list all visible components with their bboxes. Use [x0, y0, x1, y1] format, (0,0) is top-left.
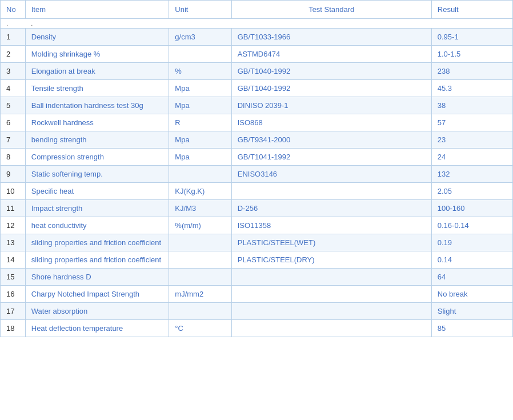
cell-item: heat conductivity [25, 217, 169, 234]
cell-item: sliding properties and friction coeffici… [25, 234, 169, 251]
cell-standard [231, 286, 431, 303]
cell-no: 1 [1, 29, 26, 46]
cell-item: bending strength [25, 131, 169, 149]
subheader-item: . [25, 19, 169, 29]
cell-standard [231, 320, 431, 337]
cell-unit: Mpa [169, 80, 231, 97]
table-row: 9Static softening temp.ENISO3146132 [1, 166, 513, 183]
table-row: 4Tensile strengthMpaGB/T1040-199245.3 [1, 80, 513, 97]
cell-no: 11 [1, 200, 26, 217]
cell-unit [169, 46, 231, 63]
table-row: 16Charpy Notched Impact StrengthmJ/mm2No… [1, 286, 513, 303]
cell-result: Slight [431, 303, 512, 320]
cell-result: 100-160 [431, 200, 512, 217]
cell-item: Water absorption [25, 303, 169, 320]
cell-result: 85 [431, 320, 512, 337]
cell-no: 8 [1, 149, 26, 166]
table-row: 1Densityg/cm3GB/T1033-19660.95-1 [1, 29, 513, 46]
cell-standard: GB/T1040-1992 [231, 80, 431, 97]
cell-item: Ball indentation hardness test 30g [25, 97, 169, 114]
cell-standard: DINISO 2039-1 [231, 97, 431, 114]
cell-item: Molding shrinkage % [25, 46, 169, 63]
table-row: 8Compression strengthMpaGB/T1041-199224 [1, 149, 513, 166]
table-row: 18Heat deflection temperature°C85 [1, 320, 513, 337]
cell-unit: KJ(Kg.K) [169, 183, 231, 200]
cell-no: 13 [1, 234, 26, 251]
cell-no: 14 [1, 251, 26, 269]
table-row: 15Shore hardness D64 [1, 269, 513, 286]
cell-standard: GB/T1033-1966 [231, 29, 431, 46]
cell-result: 0.16-0.14 [431, 217, 512, 234]
cell-item: Compression strength [25, 149, 169, 166]
cell-standard [231, 269, 431, 286]
cell-item: Shore hardness D [25, 269, 169, 286]
cell-result: 24 [431, 149, 512, 166]
cell-result: No break [431, 286, 512, 303]
cell-unit: Mpa [169, 149, 231, 166]
subheader-result [431, 19, 512, 29]
cell-no: 17 [1, 303, 26, 320]
cell-item: Density [25, 29, 169, 46]
cell-unit [169, 269, 231, 286]
cell-unit [169, 251, 231, 269]
table-row: 2Molding shrinkage %ASTMD64741.0-1.5 [1, 46, 513, 63]
col-header-no: No [1, 1, 26, 19]
cell-standard: PLASTIC/STEEL(WET) [231, 234, 431, 251]
cell-result: 45.3 [431, 80, 512, 97]
subheader-unit [169, 19, 231, 29]
table-row: 7bending strengthMpaGB/T9341-200023 [1, 131, 513, 149]
table-row: 11Impact strengthKJ/M3D-256100-160 [1, 200, 513, 217]
cell-unit: g/cm3 [169, 29, 231, 46]
cell-result: 0.14 [431, 251, 512, 269]
table-row: 13sliding properties and friction coeffi… [1, 234, 513, 251]
cell-unit: KJ/M3 [169, 200, 231, 217]
table-row: 17Water absorptionSlight [1, 303, 513, 320]
cell-item: Rockwell hardness [25, 114, 169, 131]
cell-result: 2.05 [431, 183, 512, 200]
cell-no: 10 [1, 183, 26, 200]
col-header-result: Result [431, 1, 512, 19]
cell-item: Static softening temp. [25, 166, 169, 183]
cell-result: 38 [431, 97, 512, 114]
cell-unit [169, 234, 231, 251]
cell-unit: mJ/mm2 [169, 286, 231, 303]
cell-result: 0.19 [431, 234, 512, 251]
subheader-no: . [1, 19, 26, 29]
cell-result: 64 [431, 269, 512, 286]
cell-standard: ENISO3146 [231, 166, 431, 183]
cell-no: 6 [1, 114, 26, 131]
cell-standard: GB/T1040-1992 [231, 63, 431, 80]
cell-standard: GB/T9341-2000 [231, 131, 431, 149]
cell-unit [169, 303, 231, 320]
cell-result: 238 [431, 63, 512, 80]
cell-standard: ISO11358 [231, 217, 431, 234]
cell-no: 7 [1, 131, 26, 149]
cell-no: 16 [1, 286, 26, 303]
cell-no: 2 [1, 46, 26, 63]
cell-no: 15 [1, 269, 26, 286]
cell-standard: GB/T1041-1992 [231, 149, 431, 166]
table-row: 14sliding properties and friction coeffi… [1, 251, 513, 269]
cell-result: 1.0-1.5 [431, 46, 512, 63]
table-row: 10Specific heatKJ(Kg.K)2.05 [1, 183, 513, 200]
cell-standard: D-256 [231, 200, 431, 217]
cell-no: 3 [1, 63, 26, 80]
cell-unit: R [169, 114, 231, 131]
cell-item: Charpy Notched Impact Strength [25, 286, 169, 303]
col-header-item: Item [25, 1, 169, 19]
cell-unit: °C [169, 320, 231, 337]
cell-unit: Mpa [169, 131, 231, 149]
col-header-standard: Test Standard [231, 1, 431, 19]
cell-item: Heat deflection temperature [25, 320, 169, 337]
cell-standard: ASTMD6474 [231, 46, 431, 63]
cell-result: 23 [431, 131, 512, 149]
cell-item: Specific heat [25, 183, 169, 200]
cell-item: Elongation at break [25, 63, 169, 80]
cell-result: 0.95-1 [431, 29, 512, 46]
col-header-unit: Unit [169, 1, 231, 19]
cell-unit [169, 166, 231, 183]
cell-standard [231, 303, 431, 320]
properties-table: No Item Unit Test Standard Result . . 1D… [0, 0, 513, 337]
cell-no: 12 [1, 217, 26, 234]
table-row: 12heat conductivity%(m/m)ISO113580.16-0.… [1, 217, 513, 234]
